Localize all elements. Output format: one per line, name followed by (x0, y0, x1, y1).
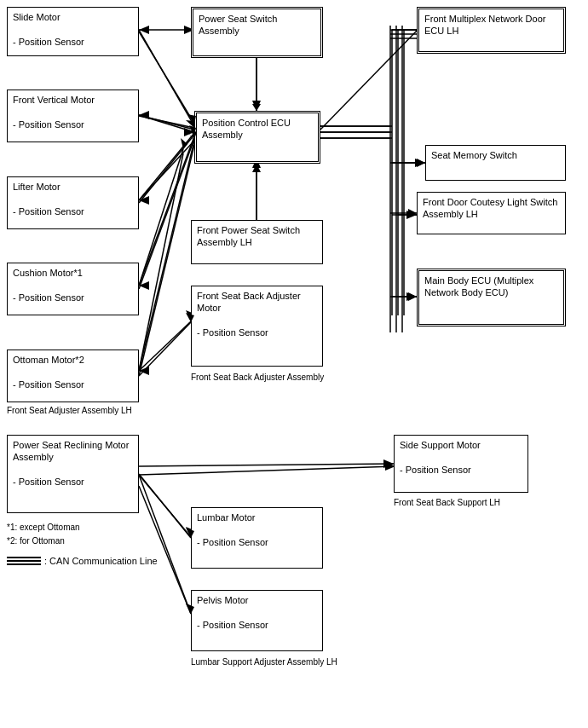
pelvis-motor-box: Pelvis Motor- Position Sensor (191, 590, 323, 651)
svg-line-87 (139, 464, 394, 466)
svg-line-78 (139, 145, 194, 376)
can-line-legend: : CAN Communication Line (7, 554, 158, 568)
svg-marker-80 (252, 164, 261, 172)
svg-line-74 (139, 135, 194, 203)
front-door-courtesy-box: Front Door Coutesy Light Switch Assembly… (417, 192, 566, 234)
svg-line-72 (139, 116, 194, 128)
can-line-label: : CAN Communication Line (44, 556, 158, 566)
svg-line-40 (139, 30, 194, 126)
cushion-motor-box: Cushion Motor*1- Position Sensor (7, 263, 139, 315)
front-door-courtesy-label: Front Door Coutesy Light Switch Assembly… (423, 197, 557, 219)
svg-marker-14 (415, 159, 425, 167)
svg-line-27 (139, 149, 183, 286)
seat-memory-switch-label: Seat Memory Switch (431, 150, 517, 160)
svg-line-25 (139, 141, 194, 200)
power-seat-reclining-box: Power Seat Reclining Motor Assembly- Pos… (7, 435, 139, 513)
svg-line-81 (139, 322, 191, 376)
front-vertical-motor-box: Front Vertical Motor- Position Sensor (7, 90, 139, 142)
svg-line-85 (139, 486, 191, 614)
front-power-seat-switch-label: Front Power Seat Switch Assembly LH (197, 225, 300, 247)
svg-marker-43 (139, 111, 149, 119)
svg-line-70 (139, 32, 194, 124)
svg-marker-54 (252, 104, 261, 111)
front-seat-back-support-label: Front Seat Back Support LH (394, 497, 500, 508)
power-seat-reclining-label: Power Seat Reclining Motor Assembly- Pos… (13, 440, 129, 487)
svg-marker-49 (139, 367, 149, 375)
slide-motor-label: Slide Motor- Position Sensor (13, 12, 84, 47)
front-seat-back-adjuster-box: Front Seat Back Adjuster Motor- Position… (191, 286, 323, 367)
svg-line-48 (139, 141, 194, 371)
front-seat-back-adjuster-assembly-label: Front Seat Back Adjuster Assembly (191, 372, 324, 383)
slide-motor-box: Slide Motor- Position Sensor (7, 7, 139, 56)
svg-marker-24 (184, 128, 194, 136)
svg-marker-88 (383, 459, 394, 468)
svg-line-32 (139, 321, 191, 371)
svg-marker-45 (139, 196, 149, 205)
svg-marker-28 (181, 138, 187, 149)
seat-memory-switch-box: Seat Memory Switch (425, 145, 566, 181)
svg-line-34 (139, 475, 191, 537)
svg-line-76 (139, 139, 194, 289)
lifter-motor-label: Lifter Motor- Position Sensor (13, 182, 84, 217)
main-body-ecu-box: Main Body ECU (Multiplex Network Body EC… (417, 269, 566, 326)
svg-line-23 (139, 115, 194, 132)
svg-marker-65 (417, 159, 425, 167)
svg-marker-67 (408, 209, 417, 217)
svg-line-46 (139, 136, 194, 286)
svg-line-44 (139, 133, 194, 200)
svg-marker-73 (186, 120, 194, 128)
svg-line-29 (139, 153, 183, 371)
pelvis-motor-label: Pelvis Motor- Position Sensor (197, 595, 268, 630)
svg-marker-20 (406, 292, 417, 301)
front-seat-back-adjuster-label: Front Seat Back Adjuster Motor- Position… (197, 291, 301, 338)
svg-marker-41 (139, 26, 149, 34)
side-support-motor-box: Side Support Motor- Position Sensor (394, 435, 528, 493)
front-seat-adjuster-label: Front Seat Adjuster Assembly LH (7, 405, 132, 416)
ottoman-motor-label: Ottoman Motor*2- Position Sensor (13, 355, 84, 390)
svg-line-42 (139, 115, 194, 130)
svg-marker-1 (252, 101, 261, 111)
lifter-motor-box: Lifter Motor- Position Sensor (7, 176, 139, 229)
footnote2: *2: for Ottoman (7, 535, 65, 546)
can-line-icon (7, 554, 41, 568)
front-multiplex-label: Front Multiplex Network Door ECU LH (424, 14, 545, 36)
power-seat-switch-label: Power Seat Switch Assembly (199, 14, 277, 36)
lumbar-motor-label: Lumbar Motor- Position Sensor (197, 512, 268, 547)
svg-marker-69 (408, 292, 417, 301)
svg-line-2 (320, 30, 418, 130)
svg-marker-17 (406, 211, 417, 219)
footnote1: *1: except Ottoman (7, 522, 80, 533)
power-seat-switch-box: Power Seat Switch Assembly (191, 7, 323, 58)
svg-line-83 (139, 474, 191, 538)
svg-line-38 (139, 475, 191, 614)
front-power-seat-switch-box: Front Power Seat Switch Assembly LH (191, 220, 323, 264)
cushion-motor-label: Cushion Motor*1- Position Sensor (13, 268, 84, 303)
svg-line-36 (139, 466, 395, 475)
front-vertical-motor-label: Front Vertical Motor- Position Sensor (13, 95, 95, 130)
ottoman-motor-box: Ottoman Motor*2- Position Sensor (7, 350, 139, 402)
lumbar-support-adjuster-label: Lumbar Support Adjuster Assembly LH (191, 656, 337, 667)
position-control-ecu-box: Position Control ECU Assembly (194, 111, 320, 164)
lumbar-motor-box: Lumbar Motor- Position Sensor (191, 507, 323, 569)
diagram: Power Seat Switch Assembly Position Cont… (0, 0, 588, 728)
front-multiplex-box: Front Multiplex Network Door ECU LH (417, 7, 566, 54)
position-control-ecu-label: Position Control ECU Assembly (202, 118, 291, 140)
main-body-ecu-label: Main Body ECU (Multiplex Network Body EC… (424, 275, 533, 298)
svg-marker-26 (187, 131, 194, 141)
svg-marker-47 (139, 281, 149, 290)
side-support-motor-label: Side Support Motor- Position Sensor (400, 440, 481, 475)
